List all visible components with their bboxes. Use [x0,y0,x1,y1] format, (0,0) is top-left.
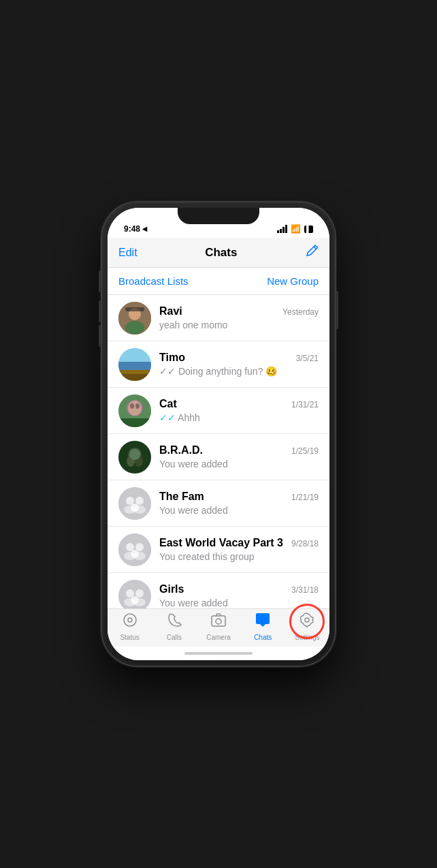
chat-content: Timo 3/5/21 ✓✓ Doing anything fun? 🥴 [159,352,319,377]
svg-point-22 [135,497,144,505]
chat-content: B.R.A.D. 1/25/19 You were added [159,444,319,469]
camera-icon [210,612,227,632]
chat-name: Timo [159,352,185,364]
compose-icon[interactable] [305,244,319,261]
list-item[interactable]: B.R.A.D. 1/25/19 You were added [108,434,329,480]
chat-name: Girls [159,583,184,595]
chat-time: 1/25/19 [291,446,319,456]
avatar [118,533,151,566]
notch [178,208,259,224]
svg-point-14 [135,403,140,409]
svg-point-19 [129,449,140,460]
tab-camera-label: Camera [206,634,231,641]
list-item[interactable]: Ravi Yesterday yeah one momo [108,295,329,341]
svg-point-28 [135,543,144,551]
avatar [118,487,151,520]
svg-point-33 [126,589,134,598]
chat-time: 9/28/18 [291,539,319,548]
chat-preview: You were added [159,459,319,469]
location-icon: ◀ [142,226,147,232]
edit-button[interactable]: Edit [118,247,137,259]
svg-point-12 [128,401,142,416]
broadcast-row: Broadcast Lists New Group [108,268,329,295]
chat-time: 1/31/21 [291,400,319,409]
svg-point-34 [135,589,144,598]
list-item[interactable]: The Fam 1/21/19 You were added [108,480,329,527]
chat-time: 1/21/19 [291,493,319,502]
list-item[interactable]: Timo 3/5/21 ✓✓ Doing anything fun? 🥴 [108,341,329,388]
phone-screen: 9:48 ◀ 📶 ▌ Edit Chats [108,208,329,660]
chat-time: 3/5/21 [296,354,319,363]
wifi-icon: 📶 [291,224,301,234]
avatar [118,580,151,609]
svg-rect-8 [118,374,151,381]
svg-point-2 [125,321,144,335]
list-item[interactable]: Girls 3/31/18 You were added [108,573,329,608]
chat-preview: You were added [159,505,319,516]
svg-point-27 [126,543,134,551]
svg-point-37 [133,598,146,606]
battery-icon: ▌ [304,226,313,233]
chat-time: Yesterday [282,307,319,317]
nav-bar: Edit Chats [108,238,329,268]
home-bar [184,652,253,655]
phone-frame: 9:48 ◀ 📶 ▌ Edit Chats [102,202,335,666]
svg-point-13 [130,403,134,409]
new-group-button[interactable]: New Group [267,275,319,287]
status-icon [122,612,138,632]
chat-name: East World Vacay Part 3 [159,537,283,549]
chat-content: Cat 1/31/21 ✓✓ Ahhh [159,398,319,423]
svg-point-21 [126,497,134,505]
avatar [118,441,151,474]
list-item[interactable]: Cat 1/31/21 ✓✓ Ahhh [108,388,329,434]
svg-rect-4 [125,307,144,311]
chat-name: The Fam [159,491,204,503]
chat-time: 3/31/18 [291,585,319,595]
chat-content: Ravi Yesterday yeah one momo [159,305,319,330]
chat-preview: ✓✓ Doing anything fun? 🥴 [159,366,319,377]
page-title: Chats [205,246,237,260]
tab-status[interactable]: Status [108,612,152,641]
svg-point-25 [133,506,146,514]
signal-icon [277,225,287,233]
tab-settings[interactable]: Settings [285,612,329,641]
calls-icon [166,612,182,632]
tab-calls-label: Calls [167,634,182,641]
tab-calls[interactable]: Calls [152,612,196,641]
status-icons: 📶 ▌ [277,224,313,234]
home-indicator [108,647,329,660]
chat-list: Ravi Yesterday yeah one momo [108,295,329,608]
tab-chats-label: Chats [254,634,272,641]
chat-preview: You were added [159,598,319,608]
tab-bar: Status Calls [108,608,329,647]
chat-preview: yeah one momo [159,320,319,330]
tab-chats[interactable]: Chats [241,612,285,641]
svg-rect-11 [118,418,151,427]
tab-camera[interactable]: Camera [196,612,240,641]
chat-name: Ravi [159,305,182,317]
svg-point-31 [133,552,146,560]
settings-icon [299,612,315,632]
chat-name: B.R.A.D. [159,444,203,456]
svg-point-53 [216,619,221,624]
chat-preview: You created this group [159,551,319,562]
avatar [118,348,151,381]
avatar [118,394,151,427]
chat-preview: ✓✓ Ahhh [159,412,319,423]
broadcast-lists-button[interactable]: Broadcast Lists [118,275,189,287]
time-display: 9:48 [124,224,140,234]
tab-settings-label: Settings [295,634,319,641]
status-time: 9:48 ◀ [124,224,147,234]
chat-content: Girls 3/31/18 You were added [159,583,319,608]
tab-status-label: Status [120,634,139,641]
chats-icon [255,612,271,632]
chat-content: The Fam 1/21/19 You were added [159,491,319,516]
chat-content: East World Vacay Part 3 9/28/18 You crea… [159,537,319,562]
chat-name: Cat [159,398,177,410]
svg-point-54 [305,618,309,622]
svg-point-50 [124,614,136,626]
avatar [118,302,151,335]
list-item[interactable]: East World Vacay Part 3 9/28/18 You crea… [108,527,329,573]
svg-point-51 [128,618,132,622]
